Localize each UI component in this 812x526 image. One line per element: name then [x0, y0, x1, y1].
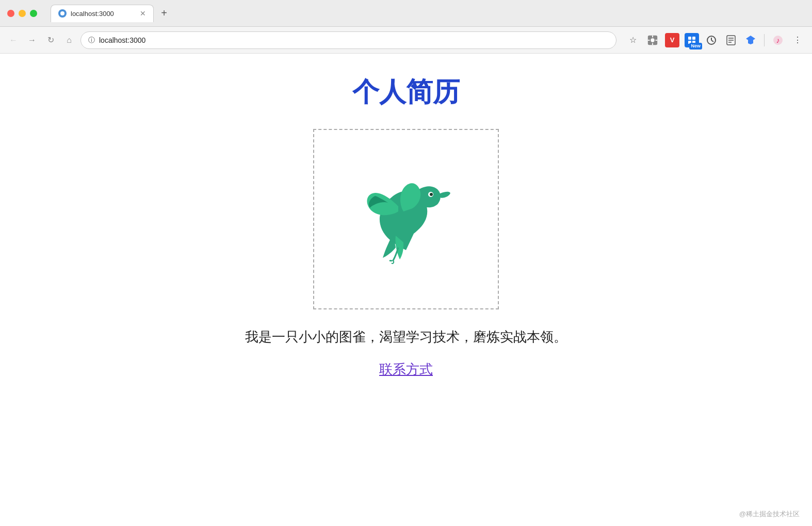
addressbar-row: ← → ↻ ⌂ ⓘ localhost:3000 ☆ — [0, 27, 812, 54]
back-button[interactable]: ← — [6, 33, 21, 47]
footer-text: @稀土掘金技术社区 — [739, 509, 800, 519]
toolbar-divider — [764, 34, 765, 46]
svg-rect-7 — [688, 37, 691, 40]
svg-text:♪: ♪ — [776, 36, 780, 44]
active-tab[interactable]: localhost:3000 ✕ — [51, 5, 154, 22]
svg-point-0 — [60, 11, 64, 15]
maximize-button[interactable] — [30, 10, 37, 17]
svg-rect-3 — [652, 35, 653, 37]
document-icon[interactable] — [723, 32, 739, 48]
url-text: localhost:3000 — [99, 36, 609, 44]
music-icon[interactable]: ♪ — [770, 32, 786, 48]
svg-rect-8 — [692, 37, 695, 40]
svg-marker-19 — [748, 40, 753, 44]
forward-button[interactable]: → — [25, 33, 39, 47]
svg-rect-6 — [656, 40, 658, 41]
svg-point-23 — [430, 193, 433, 196]
tab-close-button[interactable]: ✕ — [140, 9, 146, 18]
page-content: 个人简历 — [0, 54, 812, 526]
svg-line-13 — [711, 40, 713, 42]
bird-logo — [352, 157, 460, 281]
menu-button[interactable]: ⋮ — [789, 32, 806, 48]
new-badge: New — [689, 43, 702, 50]
browser-window: localhost:3000 ✕ + ← → ↻ ⌂ ⓘ localhost:3… — [0, 0, 812, 526]
bookmark-button[interactable]: ☆ — [625, 32, 641, 48]
avatar-box — [313, 129, 499, 309]
traffic-lights — [7, 10, 37, 17]
intro-text: 我是一只小小的图雀，渴望学习技术，磨炼实战本领。 — [245, 328, 567, 346]
address-bar[interactable]: ⓘ localhost:3000 — [80, 31, 616, 49]
toolbar-icons: ☆ V — [625, 32, 806, 48]
svg-rect-5 — [648, 40, 650, 41]
security-icon: ⓘ — [88, 36, 95, 45]
tab-favicon — [58, 9, 67, 18]
home-button[interactable]: ⌂ — [62, 33, 76, 47]
reload-button[interactable]: ↻ — [43, 33, 58, 47]
minimize-button[interactable] — [19, 10, 26, 17]
page-title: 个人简历 — [352, 74, 460, 110]
extension-gear-icon[interactable] — [644, 32, 661, 48]
graduation-icon[interactable] — [742, 32, 759, 48]
titlebar: localhost:3000 ✕ + — [0, 0, 812, 27]
contact-link[interactable]: 联系方式 — [379, 360, 433, 379]
svg-rect-4 — [652, 43, 653, 45]
close-button[interactable] — [7, 10, 14, 17]
svg-point-2 — [651, 38, 654, 42]
volterra-icon[interactable]: V — [664, 32, 680, 48]
tab-bar: localhost:3000 ✕ + — [51, 5, 171, 22]
volterra-icon-inner: V — [665, 33, 679, 47]
extension-new-icon[interactable]: New — [684, 32, 700, 48]
tab-label: localhost:3000 — [71, 10, 114, 18]
new-tab-button[interactable]: + — [157, 6, 171, 21]
timer-icon[interactable] — [703, 32, 720, 48]
